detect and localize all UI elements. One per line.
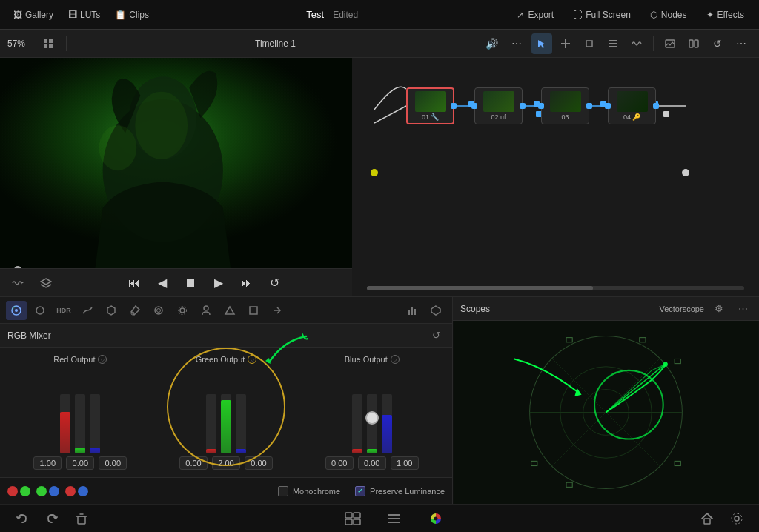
preserve-luminance-checkbox[interactable]: ✓ Preserve Luminance	[355, 486, 445, 496]
node-02[interactable]: 02 uf	[474, 87, 523, 124]
undo-btn[interactable]: ↺	[707, 33, 728, 54]
skip-fwd-btn[interactable]: ⏭	[236, 273, 257, 293]
square-tool[interactable]	[243, 301, 264, 320]
wave-tool[interactable]	[626, 33, 647, 54]
blue-r-slider[interactable]	[352, 394, 362, 453]
red-g-slider[interactable]	[75, 394, 85, 453]
video-preview[interactable]	[0, 58, 352, 268]
red-g-val[interactable]: 0.00	[66, 456, 94, 470]
stop-btn[interactable]: ⏹	[180, 273, 201, 293]
layer-tool[interactable]	[603, 33, 623, 54]
blue-output-reset[interactable]: ○	[391, 355, 400, 364]
transform-tool[interactable]	[267, 301, 288, 320]
triangle-tool[interactable]	[219, 301, 240, 320]
blue-r-slider-wrap[interactable]	[352, 394, 362, 453]
red-output-reset[interactable]: ○	[98, 355, 107, 364]
scopes-more-btn[interactable]: ⋯	[734, 300, 752, 318]
curves-tool[interactable]	[77, 301, 98, 320]
green-r-slider-wrap[interactable]	[206, 394, 216, 453]
blue-b-slider-wrap[interactable]	[382, 394, 392, 453]
green-dot-1[interactable]	[20, 486, 30, 496]
nav-clips[interactable]: 📋 Clips	[109, 7, 155, 23]
red-b-slider[interactable]	[90, 394, 100, 453]
repeat-btn[interactable]: ↺	[265, 273, 285, 293]
node-01-out[interactable]	[451, 103, 457, 109]
node-03-in[interactable]	[538, 103, 544, 109]
nav-gallery[interactable]: 🖼 Gallery	[7, 7, 59, 23]
red-b-val[interactable]: 0.00	[99, 456, 127, 470]
green-r-slider[interactable]	[206, 394, 216, 453]
effects-btn[interactable]: ✦ Effects	[699, 7, 752, 23]
node-02-in[interactable]	[471, 103, 477, 109]
blue-g-val[interactable]: 0.00	[358, 456, 386, 470]
list-footer-btn[interactable]	[381, 508, 408, 530]
layers-btn[interactable]	[36, 273, 56, 293]
scopes-settings-btn[interactable]: ⚙	[710, 300, 728, 318]
red-g-slider-wrap[interactable]	[75, 394, 85, 453]
nav-luts[interactable]: 🎞 LUTs	[62, 7, 106, 23]
color-wheel-tool[interactable]	[6, 301, 27, 320]
monochrome-checkbox[interactable]: Monochrome	[278, 486, 340, 496]
blue-b-slider[interactable]	[382, 394, 392, 453]
red-r-slider[interactable]	[60, 394, 70, 453]
nodes-btn[interactable]: ⬡ Nodes	[643, 7, 695, 23]
more-btn[interactable]: ⋯	[506, 33, 527, 54]
red-r-slider-wrap[interactable]	[60, 394, 70, 453]
node-panel[interactable]: 01 🔧 02 uf 03	[352, 58, 759, 296]
green-dot-2[interactable]	[36, 486, 47, 496]
export-btn[interactable]: ↗ Export	[509, 7, 561, 23]
red-r-val[interactable]: 1.00	[33, 456, 62, 470]
color-footer-btn[interactable]	[422, 508, 449, 530]
blue-b-val[interactable]: 1.00	[391, 456, 419, 470]
green-g-val[interactable]: 2.00	[212, 456, 240, 470]
shape-btn[interactable]	[425, 301, 446, 320]
fullscreen-btn[interactable]: ⛶ Full Screen	[566, 7, 638, 23]
zoom-level[interactable]: 57%	[7, 39, 33, 49]
red-dot-1[interactable]	[7, 486, 18, 496]
more-options-btn[interactable]: ⋯	[731, 33, 752, 54]
blue-dot-2[interactable]	[49, 486, 59, 496]
select-tool[interactable]	[531, 33, 552, 54]
green-r-val[interactable]: 0.00	[179, 456, 208, 470]
eyedropper-tool[interactable]	[125, 301, 145, 320]
histogram-btn[interactable]	[402, 301, 422, 320]
green-b-slider-wrap[interactable]	[236, 394, 246, 453]
split-view-btn[interactable]	[683, 33, 704, 54]
monochrome-check-box[interactable]	[278, 486, 288, 496]
node-02-out[interactable]	[520, 103, 526, 109]
gear-tool[interactable]	[172, 301, 193, 320]
hdr-tool[interactable]: HDR	[53, 301, 74, 320]
red-dot-3[interactable]	[65, 486, 76, 496]
pan-tool[interactable]	[555, 33, 576, 54]
blue-r-val[interactable]: 0.00	[325, 456, 354, 470]
crop-tool[interactable]	[579, 33, 600, 54]
redo-footer-btn[interactable]	[41, 508, 63, 530]
grid-view-btn[interactable]	[38, 33, 59, 54]
node-03[interactable]: 03	[541, 87, 589, 124]
green-g-slider[interactable]	[221, 394, 231, 453]
reset-btn[interactable]: ↺	[427, 327, 445, 345]
node-04-in[interactable]	[605, 103, 611, 109]
delete-footer-btn[interactable]	[70, 508, 93, 530]
wave-editor-btn[interactable]	[7, 273, 28, 293]
node-04-out[interactable]	[653, 103, 659, 109]
hexagon-tool[interactable]	[101, 301, 122, 320]
green-b-val[interactable]: 0.00	[245, 456, 273, 470]
green-output-reset[interactable]: ○	[248, 355, 256, 364]
image-view-btn[interactable]	[660, 33, 680, 54]
node-03-out[interactable]	[586, 103, 592, 109]
blue-dot-3[interactable]	[78, 486, 88, 496]
ring-tool[interactable]	[148, 301, 169, 320]
step-back-btn[interactable]: ◀	[152, 273, 173, 293]
node-01[interactable]: 01 🔧	[406, 87, 454, 124]
undo-footer-btn[interactable]	[11, 508, 33, 530]
green-b-slider[interactable]	[236, 394, 246, 453]
node-04[interactable]: 04 🔑	[608, 87, 656, 124]
scrubber-handle[interactable]	[14, 266, 21, 268]
layout-footer-btn[interactable]	[339, 508, 366, 530]
skip-back-btn[interactable]: ⏮	[124, 273, 145, 293]
settings-footer-btn[interactable]	[726, 508, 748, 530]
node-scrollbar[interactable]	[367, 286, 744, 290]
circle-tool[interactable]	[30, 301, 50, 320]
volume-btn[interactable]: 🔊	[481, 33, 502, 54]
